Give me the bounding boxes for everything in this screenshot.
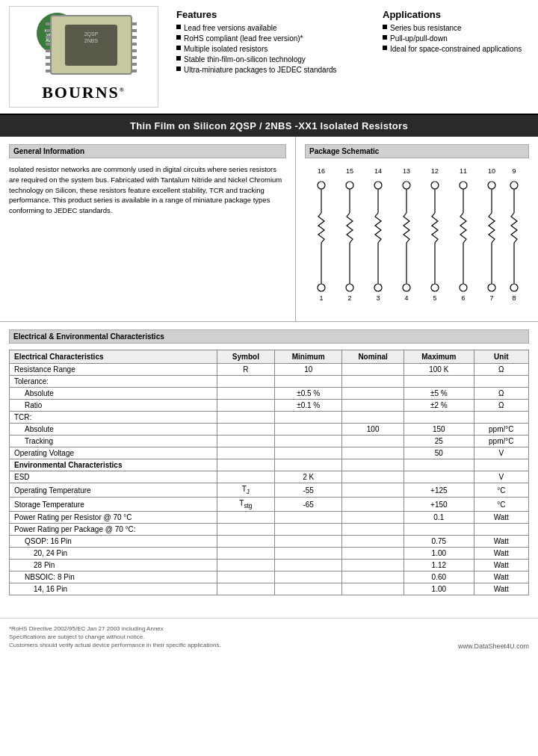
table-row: 20, 24 Pin1.00Watt <box>10 548 529 560</box>
row-min <box>275 424 342 436</box>
svg-point-8 <box>318 182 325 189</box>
row-unit: Watt <box>474 583 528 595</box>
row-label: ESD <box>10 471 217 483</box>
svg-text:9: 9 <box>512 167 516 175</box>
row-min: -55 <box>275 483 342 498</box>
feature-item-2: RoHS compliant (lead free version)* <box>176 34 362 43</box>
svg-text:7: 7 <box>489 294 493 302</box>
row-label: Power Rating per Resistor @ 70 °C <box>10 512 217 524</box>
header: RoHSCOMPLIANTVERSIONSAVAILABLE 2QSP2NBS <box>0 0 538 115</box>
table-row: NBSOIC: 8 Pin0.60Watt <box>10 571 529 583</box>
svg-text:2: 2 <box>347 294 351 302</box>
footer: *RoHS Directive 2002/95/EC Jan 27 2003 i… <box>0 618 538 656</box>
app-item-1: Series bus resistance <box>383 24 526 32</box>
row-min <box>275 524 342 536</box>
row-unit: Watt <box>474 512 528 524</box>
row-label: 14, 16 Pin <box>10 583 217 595</box>
footnote: *RoHS Directive 2002/95/EC Jan 27 2003 i… <box>9 625 221 633</box>
svg-text:12: 12 <box>431 167 439 175</box>
row-nominal <box>342 524 404 536</box>
svg-text:1: 1 <box>319 294 323 302</box>
app-item-2: Pull-up/pull-down <box>383 34 526 43</box>
bullet-icon <box>383 46 387 50</box>
row-nominal <box>342 412 404 424</box>
footer-notes: *RoHS Directive 2002/95/EC Jan 27 2003 i… <box>9 625 221 650</box>
row-unit: ppm/°C <box>474 436 528 447</box>
row-label: QSOP: 16 Pin <box>10 536 217 548</box>
row-min <box>275 583 342 595</box>
row-unit: °C <box>474 498 528 512</box>
general-info-panel: General Information Isolated resistor ne… <box>0 137 296 321</box>
row-min <box>275 459 342 471</box>
chip-image: 2QSP2NBS <box>50 15 132 75</box>
row-label: 28 Pin <box>10 560 217 571</box>
row-max <box>404 471 474 483</box>
applications-section: Applications Series bus resistance Pull-… <box>380 6 529 108</box>
electrical-header: Electrical & Environmental Characteristi… <box>9 329 529 344</box>
table-row: TCR: <box>10 412 529 424</box>
row-symbol <box>217 459 275 471</box>
row-label: 20, 24 Pin <box>10 548 217 560</box>
row-max: 1.00 <box>404 583 474 595</box>
row-label: Absolute <box>10 388 217 400</box>
svg-point-13 <box>460 182 467 189</box>
row-unit: V <box>474 471 528 483</box>
bullet-icon <box>383 25 387 29</box>
row-nominal <box>342 536 404 548</box>
row-max: 50 <box>404 447 474 459</box>
row-symbol <box>217 524 275 536</box>
svg-text:11: 11 <box>460 167 467 175</box>
svg-point-14 <box>488 182 495 189</box>
row-min: 2 K <box>275 471 342 483</box>
row-label: NBSOIC: 8 Pin <box>10 571 217 583</box>
row-max: ±5 % <box>404 388 474 400</box>
row-nominal: 100 <box>342 424 404 436</box>
feature-item-1: Lead free versions available <box>176 24 362 32</box>
row-nominal <box>342 400 404 412</box>
row-unit: °C <box>474 483 528 498</box>
row-symbol <box>217 376 275 388</box>
row-unit: Watt <box>474 571 528 583</box>
row-min <box>275 548 342 560</box>
product-title: Thin Film on Silicon 2QSP / 2NBS -XX1 Is… <box>0 115 538 137</box>
bullet-icon <box>176 46 181 50</box>
row-nominal <box>342 583 404 595</box>
row-symbol <box>217 400 275 412</box>
row-symbol <box>217 583 275 595</box>
svg-text:16: 16 <box>318 167 325 175</box>
row-max: 25 <box>404 436 474 447</box>
table-row: Ratio±0.1 %±2 %Ω <box>10 400 529 412</box>
row-unit <box>474 412 528 424</box>
svg-text:4: 4 <box>404 294 408 302</box>
footer-note2: Customers should verify actual device pe… <box>9 641 221 649</box>
svg-point-35 <box>403 284 410 291</box>
app-text: Pull-up/pull-down <box>390 34 448 43</box>
row-max <box>404 524 474 536</box>
logo-area: RoHSCOMPLIANTVERSIONSAVAILABLE 2QSP2NBS <box>9 6 158 108</box>
row-unit: Ω <box>474 364 528 376</box>
row-max: +125 <box>404 483 474 498</box>
table-row: Tracking25ppm/°C <box>10 436 529 447</box>
svg-point-9 <box>346 182 353 189</box>
row-min <box>275 560 342 571</box>
table-row: Tolerance: <box>10 376 529 388</box>
feature-text: RoHS compliant (lead free version)* <box>184 34 303 43</box>
bullet-icon <box>176 66 181 71</box>
row-symbol <box>217 424 275 436</box>
row-max: ±2 % <box>404 400 474 412</box>
bourns-logo: BOURNS® <box>42 83 126 102</box>
table-row: Absolute±0.5 %±5 %Ω <box>10 388 529 400</box>
row-label: Power Rating per Package @ 70 °C: <box>10 524 217 536</box>
row-max: 0.1 <box>404 512 474 524</box>
svg-point-32 <box>318 284 325 291</box>
row-unit: Watt <box>474 560 528 571</box>
row-nominal <box>342 571 404 583</box>
svg-text:15: 15 <box>346 167 353 175</box>
row-label: Absolute <box>10 424 217 436</box>
footer-website: www.DataSheet4U.com <box>458 642 529 650</box>
col-header-min: Minimum <box>275 350 342 364</box>
svg-text:14: 14 <box>374 167 382 175</box>
general-info-text: Isolated resistor networks are commonly … <box>9 164 286 216</box>
row-symbol: Tstg <box>217 498 275 512</box>
table-row: Storage TemperatureTstg-65+150°C <box>10 498 529 512</box>
